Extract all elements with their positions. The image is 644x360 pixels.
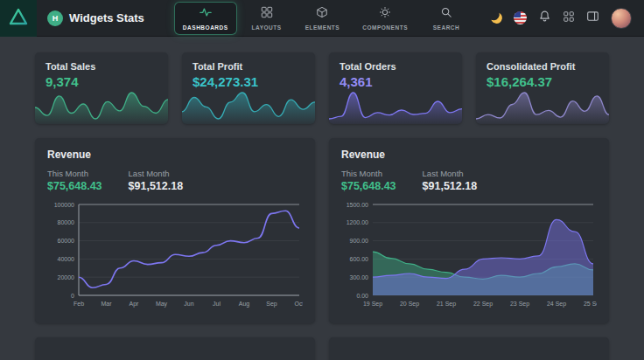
header-actions: [491, 8, 644, 29]
card-title: Revenue: [47, 149, 303, 161]
svg-text:22 Sep: 22 Sep: [473, 301, 493, 308]
legend-label: This Month: [341, 169, 396, 178]
total-sales-sparkline: [35, 89, 168, 124]
nav-label: LAYOUTS: [252, 24, 282, 31]
svg-text:19 Sep: 19 Sep: [363, 301, 382, 308]
svg-text:0.00: 0.00: [356, 293, 368, 299]
svg-text:24 Sep: 24 Sep: [547, 301, 566, 308]
svg-text:Apr: Apr: [130, 301, 140, 308]
revenue-line-chart: 020000400006000080000100000FebMarAprMayJ…: [47, 197, 303, 309]
svg-text:Feb: Feb: [74, 301, 84, 307]
triangle-logo-icon: [9, 8, 28, 29]
theme-toggle-button[interactable]: [491, 12, 502, 24]
gear-icon: [379, 6, 391, 22]
nav-label: COMPONENTS: [362, 24, 408, 31]
total-orders-sparkline: [329, 89, 462, 124]
language-selector[interactable]: [514, 11, 527, 24]
apps-grid-icon: [563, 10, 575, 26]
legend-last-month: Last Month $91,512.18: [129, 169, 184, 192]
card-title: Revenue: [341, 149, 597, 161]
dashboard-screen: H Widgets Stats DASHBOARDS LAYOUTS: [0, 0, 644, 360]
box-icon: [316, 6, 328, 22]
grid-icon: [261, 6, 273, 22]
legend: This Month $75,648.43 Last Month $91,512…: [47, 169, 303, 192]
stat-title: Total Sales: [46, 61, 158, 72]
sidebar-toggle-button[interactable]: [586, 10, 599, 26]
stat-title: Total Orders: [340, 61, 452, 72]
legend-last-month: Last Month $91,512.18: [423, 169, 478, 192]
card-partial-left: [35, 337, 315, 360]
search-icon: [440, 6, 452, 22]
legend-this-month: This Month $75,648.43: [47, 169, 102, 192]
svg-text:600.00: 600.00: [350, 256, 369, 262]
legend-value: $75,648.43: [341, 180, 396, 192]
user-avatar[interactable]: [611, 8, 632, 29]
svg-text:80000: 80000: [58, 219, 75, 225]
stat-card-total-profit: Total Profit $24,273.31: [182, 52, 315, 124]
nav-item-layouts[interactable]: LAYOUTS: [242, 2, 291, 35]
svg-text:100000: 100000: [54, 202, 74, 208]
stat-value: 9,374: [46, 74, 158, 89]
nav-item-components[interactable]: COMPONENTS: [354, 2, 416, 35]
svg-text:25 Sep: 25 Sep: [584, 301, 597, 308]
legend-value: $75,648.43: [47, 180, 102, 192]
stat-value: 4,361: [340, 74, 452, 89]
sidebar-toggle-icon: [586, 10, 599, 26]
nav-label: DASHBOARDS: [183, 24, 228, 31]
legend-value: $91,512.18: [129, 180, 184, 192]
svg-text:May: May: [156, 301, 168, 308]
legend-this-month: This Month $75,648.43: [341, 169, 396, 192]
activity-icon: [200, 6, 212, 22]
svg-text:Sep: Sep: [266, 301, 277, 308]
stats-row: Total Sales 9,374 Total Profit $24,273.3…: [35, 52, 609, 124]
stat-value: $24,273.31: [192, 74, 304, 89]
notifications-button[interactable]: [538, 10, 551, 26]
moon-icon: [490, 11, 503, 24]
svg-text:20000: 20000: [58, 274, 75, 280]
revenue-line-card: Revenue This Month $75,648.43 Last Month…: [35, 138, 315, 323]
svg-text:Oct: Oct: [295, 301, 303, 307]
nav-label: ELEMENTS: [305, 24, 340, 31]
page-title: Widgets Stats: [69, 11, 144, 24]
stat-value: $16,264.37: [486, 74, 598, 89]
svg-text:300.00: 300.00: [350, 274, 369, 280]
svg-text:Jul: Jul: [213, 301, 220, 307]
legend-label: Last Month: [129, 169, 184, 178]
svg-text:40000: 40000: [58, 256, 75, 262]
svg-text:20 Sep: 20 Sep: [400, 301, 419, 308]
stat-card-total-orders: Total Orders 4,361: [329, 52, 462, 124]
brand: H Widgets Stats: [37, 10, 153, 26]
nav-item-search[interactable]: SEARCH: [422, 2, 471, 35]
nav-item-dashboards[interactable]: DASHBOARDS: [174, 2, 237, 35]
svg-text:1200.00: 1200.00: [346, 219, 368, 225]
svg-text:60000: 60000: [58, 238, 75, 244]
svg-text:0: 0: [71, 293, 74, 299]
charts-row: Revenue This Month $75,648.43 Last Month…: [35, 138, 609, 323]
legend-value: $91,512.18: [423, 180, 478, 192]
legend: This Month $75,648.43 Last Month $91,512…: [341, 169, 597, 192]
bell-icon: [538, 10, 551, 26]
workspace-avatar[interactable]: H: [47, 10, 63, 26]
brand-logo[interactable]: [0, 0, 37, 37]
stat-card-total-sales: Total Sales 9,374: [35, 52, 168, 124]
svg-text:900.00: 900.00: [350, 238, 369, 244]
svg-text:21 Sep: 21 Sep: [437, 301, 456, 308]
svg-text:23 Sep: 23 Sep: [510, 301, 529, 308]
stat-card-consolidated-profit: Consolidated Profit $16,264.37: [476, 52, 609, 124]
svg-text:1500.00: 1500.00: [346, 202, 368, 208]
legend-label: Last Month: [423, 169, 478, 178]
stat-title: Consolidated Profit: [486, 61, 598, 72]
apps-menu-button[interactable]: [563, 10, 575, 26]
card-partial-right: [329, 337, 609, 360]
stat-title: Total Profit: [192, 61, 304, 72]
svg-text:Aug: Aug: [239, 301, 250, 308]
total-profit-sparkline: [182, 89, 315, 124]
top-navbar: H Widgets Stats DASHBOARDS LAYOUTS: [0, 0, 644, 37]
revenue-area-card: Revenue This Month $75,648.43 Last Month…: [329, 138, 609, 323]
legend-label: This Month: [47, 169, 102, 178]
svg-text:Mar: Mar: [101, 301, 112, 307]
consolidated-profit-sparkline: [476, 89, 609, 124]
nav-item-elements[interactable]: ELEMENTS: [297, 2, 349, 35]
us-flag-icon: [514, 11, 527, 24]
revenue-area-chart: 0.00300.00600.00900.001200.001500.0019 S…: [341, 197, 597, 309]
